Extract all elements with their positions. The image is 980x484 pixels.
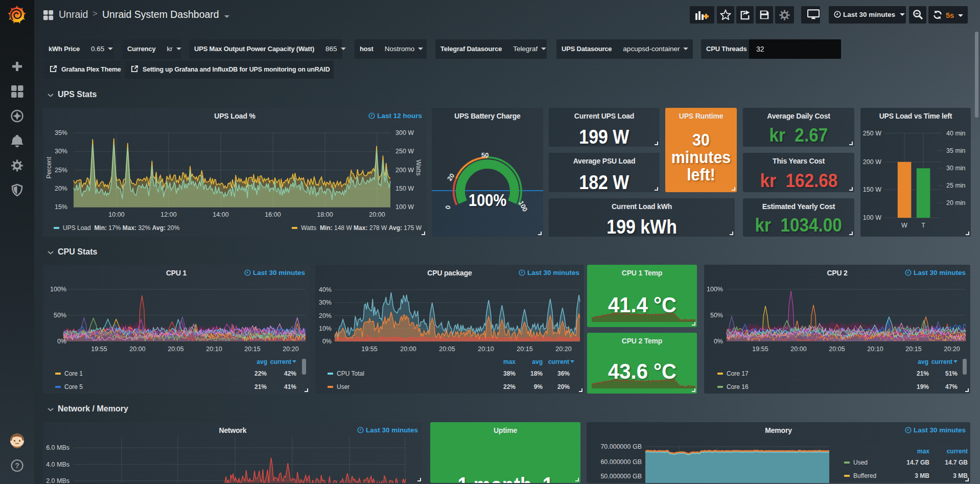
svg-text:?: ?: [15, 462, 19, 470]
